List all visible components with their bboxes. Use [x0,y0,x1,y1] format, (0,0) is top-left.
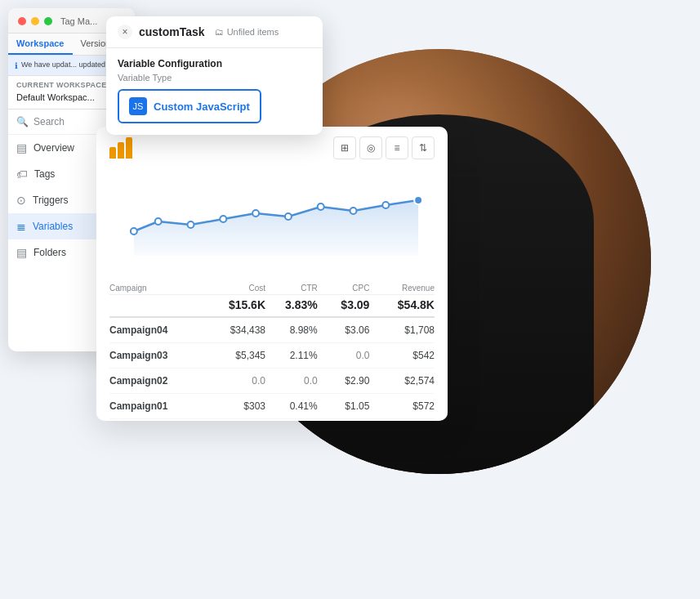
svg-point-2 [155,218,162,225]
tags-icon: 🏷 [16,168,28,181]
search-placeholder: Search [33,116,65,127]
custom-task-title: customTask [139,25,205,38]
list-view-icon[interactable]: ≡ [386,136,408,159]
row3-campaign: Campaign02 [109,375,200,387]
js-icon-text: JS [133,101,144,111]
campaign-table: Campaign Cost CTR CPC Revenue $15.6K 3.8… [96,280,448,419]
header-cpc: CPC [318,284,370,293]
svg-point-4 [220,216,226,222]
pie-chart-icon[interactable]: ◎ [359,136,382,159]
custom-task-close-button[interactable]: × [118,25,132,39]
svg-point-8 [350,208,357,214]
custom-task-body: Variable Configuration Variable Type JS … [106,48,323,133]
table-row: Campaign01 $303 0.41% $1.05 $572 [109,394,435,419]
row1-revenue: $1,708 [369,324,435,336]
nav-triggers-label: Triggers [33,194,69,206]
svg-point-9 [382,202,389,208]
folders-icon: ▤ [16,246,27,259]
total-campaign [109,298,200,311]
nav-variables-label: Variables [33,221,73,232]
folder-icon: 🗂 [215,27,224,37]
totals-row: $15.6K 3.83% $3.09 $54.8K [109,295,435,318]
grid-view-icon[interactable]: ⊞ [333,136,356,159]
chart-area [96,166,448,280]
row3-cpc: $2.90 [318,375,370,387]
close-icon: × [122,26,127,38]
svg-point-5 [252,210,259,217]
svg-point-1 [131,228,137,235]
close-traffic-light[interactable] [18,17,26,25]
row1-cost: $34,438 [200,324,265,336]
row1-cpc: $3.06 [318,324,370,336]
custom-task-titlebar: × customTask 🗂 Unfiled items [106,16,323,48]
chart-bar-1 [109,147,116,159]
tab-workspace[interactable]: Workspace [8,34,73,55]
table-row: Campaign04 $34,438 8.98% $3.06 $1,708 [109,318,435,343]
info-icon: ℹ [15,61,18,70]
row4-revenue: $572 [369,400,435,412]
chart-bar-2 [118,142,124,159]
header-ctr: CTR [265,284,318,293]
row1-ctr: 8.98% [265,324,318,336]
chart-bar-3 [126,137,132,159]
row4-cost: $303 [200,400,265,412]
svg-marker-0 [134,200,418,256]
row2-ctr: 2.11% [265,350,318,361]
search-icon: 🔍 [16,116,29,127]
custom-js-label: Custom JavaScript [154,101,250,113]
row4-ctr: 0.41% [265,400,318,412]
svg-point-6 [285,213,292,220]
row3-cost: 0.0 [200,375,265,387]
svg-point-7 [318,203,324,210]
chart-bar-icon [109,137,132,159]
triggers-icon: ⊙ [16,194,26,207]
row2-revenue: $542 [369,350,435,361]
custom-task-folder: 🗂 Unfiled items [215,27,279,37]
custom-task-window: × customTask 🗂 Unfiled items Variable Co… [106,16,323,135]
minimize-traffic-light[interactable] [31,17,39,25]
row4-cpc: $1.05 [318,400,370,412]
custom-js-button[interactable]: JS Custom JavaScript [118,89,261,123]
tag-manager-window-title: Tag Ma... [60,16,97,26]
svg-point-3 [188,221,194,228]
variable-config-heading: Variable Configuration [118,58,311,69]
row1-campaign: Campaign04 [109,324,200,336]
header-revenue: Revenue [369,284,435,293]
total-ctr: 3.83% [265,298,318,311]
variable-type-label: Variable Type [118,73,311,83]
header-cost: Cost [200,284,265,293]
total-cpc: $3.09 [318,298,370,311]
custom-js-icon: JS [129,97,147,115]
header-campaign: Campaign [109,284,200,293]
filter-icon[interactable]: ⇅ [412,136,435,159]
row2-cpc: 0.0 [318,350,370,361]
row4-campaign: Campaign01 [109,400,200,412]
svg-point-10 [414,196,422,204]
nav-tags-label: Tags [34,168,55,180]
table-row: Campaign02 0.0 0.0 $2.90 $2,574 [109,369,435,394]
line-chart [109,166,435,264]
variables-icon: ≣ [16,220,26,233]
total-revenue: $54.8K [369,298,435,311]
row2-campaign: Campaign03 [109,350,200,361]
table-row: Campaign03 $5,345 2.11% 0.0 $542 [109,343,435,369]
overview-icon: ▤ [16,141,27,154]
row3-ctr: 0.0 [265,375,318,387]
table-header-row: Campaign Cost CTR CPC Revenue [109,280,435,295]
toolbar-icons: ⊞ ◎ ≡ ⇅ [333,136,435,159]
maximize-traffic-light[interactable] [44,17,52,25]
row2-cost: $5,345 [200,350,265,361]
total-cost: $15.6K [200,298,265,311]
nav-overview-label: Overview [33,142,74,154]
nav-folders-label: Folders [33,247,66,258]
row3-revenue: $2,574 [369,375,435,387]
folder-label: Unfiled items [227,27,279,37]
analytics-window: ⊞ ◎ ≡ ⇅ [96,127,448,421]
